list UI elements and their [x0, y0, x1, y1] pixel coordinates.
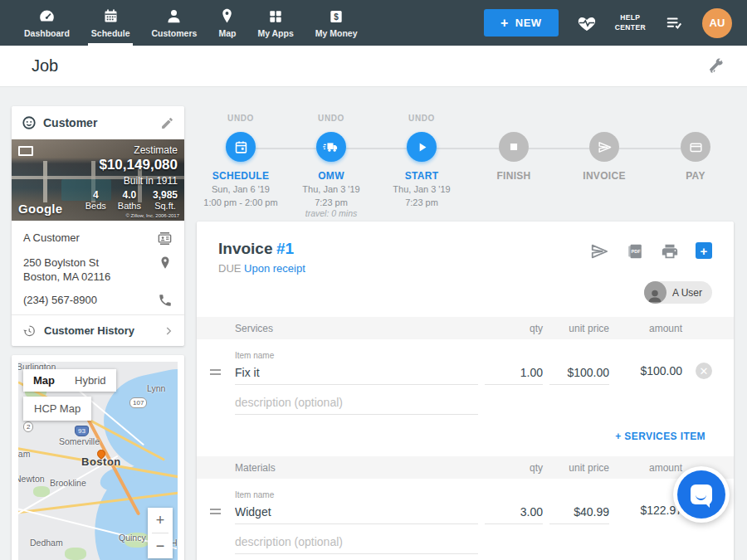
- nav-label: Dashboard: [24, 28, 70, 38]
- due-value-link[interactable]: Upon receipt: [244, 262, 305, 275]
- remove-service-item-icon[interactable]: ✕: [696, 363, 712, 379]
- customer-history-row[interactable]: Customer History: [12, 314, 184, 346]
- sqft-label: Sq.ft.: [153, 201, 178, 211]
- plus-icon: +: [500, 19, 509, 27]
- customer-address: 250 Boylston St Boston, MA 02116: [23, 256, 110, 284]
- services-header-row: Services qty unit price amount: [197, 317, 734, 339]
- material-unit-price-input[interactable]: [549, 503, 609, 524]
- hcp-map-button[interactable]: HCP Map: [23, 397, 91, 421]
- chat-bubble-icon: [677, 470, 725, 519]
- map-card: Burlington Lynn 107 2 93 Somerville ham …: [12, 355, 184, 560]
- add-services-item-link[interactable]: + SERVICES ITEM: [615, 431, 706, 442]
- help-center-label-1: HELP: [615, 13, 646, 22]
- edit-pencil-icon[interactable]: [160, 116, 174, 130]
- add-invoice-button[interactable]: +: [696, 242, 712, 259]
- help-center-label-2: CENTER: [615, 23, 646, 32]
- location-pin-icon[interactable]: [158, 256, 173, 270]
- job-settings-wrench-icon[interactable]: [707, 57, 725, 75]
- timeline-step-invoice: INVOICE: [554, 114, 654, 182]
- svg-text:PDF: PDF: [632, 249, 642, 254]
- map-type-map-button[interactable]: Map: [23, 369, 65, 392]
- material-item-name-input[interactable]: [235, 503, 478, 524]
- map-label-brookline: Brookline: [50, 478, 86, 488]
- unit-price-column-header: unit price: [549, 323, 609, 334]
- nav-item-schedule[interactable]: Schedule: [81, 0, 141, 46]
- undo-start-button[interactable]: UNDO: [372, 114, 471, 127]
- map-label-somerville: Somerville: [59, 436, 100, 446]
- phone-icon[interactable]: [158, 293, 173, 308]
- service-amount: $100.00: [616, 364, 682, 385]
- nav-right: + NEW HELP CENTER AU: [484, 0, 732, 46]
- unit-price-column-header: unit price: [549, 462, 609, 474]
- customer-phone: (234) 567-8900: [23, 293, 97, 307]
- map-label-waltham: ham: [18, 449, 30, 459]
- drag-handle-icon[interactable]: [207, 369, 228, 385]
- customer-name-row: A Customer: [23, 231, 173, 246]
- invoice-card: Invoice #1 DUE Upon receipt PDF +: [197, 222, 734, 560]
- drag-handle-icon[interactable]: [207, 509, 228, 524]
- pdf-icon[interactable]: PDF: [626, 242, 644, 261]
- customer-card-header: Customer: [12, 106, 184, 139]
- map-zoom-control: + −: [148, 508, 173, 558]
- step-date: Sun, Jan 6 '19: [191, 183, 290, 195]
- nav-label: Schedule: [91, 28, 130, 38]
- undo-omw-button[interactable]: UNDO: [281, 114, 381, 127]
- start-step-play-icon[interactable]: [407, 132, 437, 162]
- money-icon: $: [328, 8, 344, 25]
- nav-item-my-apps[interactable]: My Apps: [247, 0, 304, 46]
- baths-value: 4.0: [118, 189, 141, 201]
- streetview-toggle-icon[interactable]: [18, 146, 33, 156]
- materials-section-title: Materials: [235, 462, 478, 474]
- chat-support-button[interactable]: [673, 466, 730, 523]
- property-stats: 4Beds 4.0Baths 3,985Sq.ft.: [85, 189, 178, 211]
- heart-pulse-icon[interactable]: [576, 13, 598, 33]
- user-avatar[interactable]: AU: [702, 8, 732, 38]
- nav-item-map[interactable]: Map: [208, 0, 247, 46]
- route-107-shield: 107: [129, 397, 147, 408]
- step-label: PAY: [646, 170, 745, 182]
- zoom-out-button[interactable]: −: [148, 533, 173, 558]
- map-type-hybrid-button[interactable]: Hybrid: [65, 369, 116, 392]
- invoice-number[interactable]: #1: [276, 240, 294, 257]
- amount-column-header: amount: [616, 462, 682, 474]
- finish-step-stop-icon[interactable]: [499, 132, 529, 162]
- service-description-input[interactable]: [235, 393, 478, 415]
- material-description-input[interactable]: [235, 533, 478, 554]
- nav-item-customers[interactable]: Customers: [141, 0, 208, 46]
- map-canvas[interactable]: Burlington Lynn 107 2 93 Somerville ham …: [18, 362, 178, 560]
- assignee-pill[interactable]: A User: [644, 281, 712, 304]
- help-center-button[interactable]: HELP CENTER: [615, 13, 646, 32]
- service-unit-price-input[interactable]: [549, 363, 609, 385]
- undo-schedule-button[interactable]: UNDO: [191, 114, 290, 127]
- customer-details: A Customer 250 Boylston St Boston, MA 02…: [12, 221, 184, 314]
- print-icon[interactable]: [661, 242, 679, 261]
- timeline-step-schedule: UNDO SCHEDULE Sun, Jan 6 '19 1:00 pm - 2…: [191, 114, 290, 208]
- new-button[interactable]: + NEW: [484, 9, 559, 37]
- schedule-step-calendar-icon[interactable]: [226, 132, 256, 162]
- nav-item-dashboard[interactable]: Dashboard: [13, 0, 81, 46]
- zoom-in-button[interactable]: +: [148, 508, 173, 533]
- customer-card: Customer Zestimate $10,149,080 Built in …: [12, 106, 184, 346]
- service-qty-input[interactable]: [485, 363, 543, 385]
- invoice-step-send-icon[interactable]: [589, 132, 619, 162]
- material-description-row: [197, 533, 734, 554]
- page-title: Job: [32, 56, 58, 75]
- google-logo: Google: [18, 202, 62, 216]
- new-button-label: NEW: [515, 17, 542, 29]
- item-name-label: Item name: [235, 490, 478, 499]
- nav-label: Map: [218, 28, 236, 38]
- omw-step-truck-icon[interactable]: [316, 132, 346, 162]
- task-list-icon[interactable]: [663, 14, 685, 32]
- material-qty-input[interactable]: [485, 503, 543, 524]
- assignee-avatar-icon: [644, 281, 666, 304]
- contact-card-icon[interactable]: [157, 231, 173, 246]
- map-type-buttons: Map Hybrid: [23, 369, 116, 392]
- send-invoice-icon[interactable]: [589, 242, 609, 261]
- step-label: START: [372, 170, 471, 182]
- step-time: 7:23 pm: [372, 197, 471, 208]
- customer-card-title: Customer: [43, 116, 97, 129]
- nav-item-my-money[interactable]: $ My Money: [305, 0, 369, 46]
- pay-step-card-icon[interactable]: [681, 132, 710, 162]
- qty-column-header: qty: [485, 323, 543, 334]
- service-item-name-input[interactable]: [235, 363, 478, 385]
